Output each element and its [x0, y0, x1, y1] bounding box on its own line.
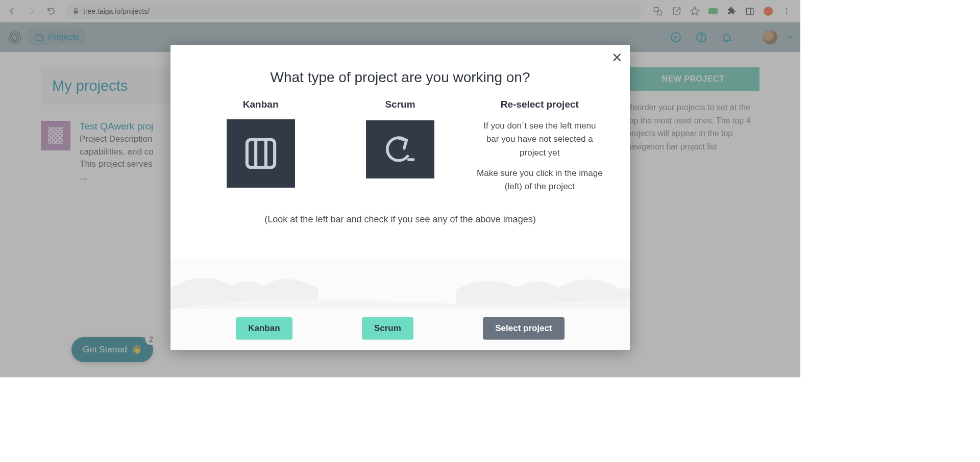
scrum-heading: Scrum — [336, 99, 463, 110]
modal-title: What type of project are you working on? — [170, 45, 630, 99]
select-project-button[interactable]: Select project — [483, 317, 565, 340]
kanban-icon — [227, 119, 295, 188]
modal-overlay: ✕ What type of project are you working o… — [0, 0, 800, 377]
close-icon[interactable]: ✕ — [611, 50, 623, 66]
reselect-text-1: If you don´t see the left menu bar you h… — [476, 119, 603, 160]
modal-hint: (Look at the left bar and check if you s… — [170, 201, 630, 234]
reselect-column: Re-select project If you don´t see the l… — [470, 99, 609, 201]
kanban-column: Kanban — [191, 99, 330, 201]
scrum-icon — [366, 120, 434, 178]
hills-decoration-icon — [170, 258, 630, 309]
reselect-heading: Re-select project — [476, 99, 603, 110]
svg-rect-14 — [247, 140, 275, 167]
reselect-text-2: Make sure you click in the image (left) … — [476, 167, 603, 194]
scrum-button[interactable]: Scrum — [362, 317, 413, 340]
scrum-column: Scrum — [330, 99, 470, 201]
project-type-modal: ✕ What type of project are you working o… — [170, 45, 630, 350]
modal-footer: Kanban Scrum Select project — [170, 258, 630, 350]
kanban-heading: Kanban — [197, 99, 324, 110]
kanban-button[interactable]: Kanban — [236, 317, 292, 340]
